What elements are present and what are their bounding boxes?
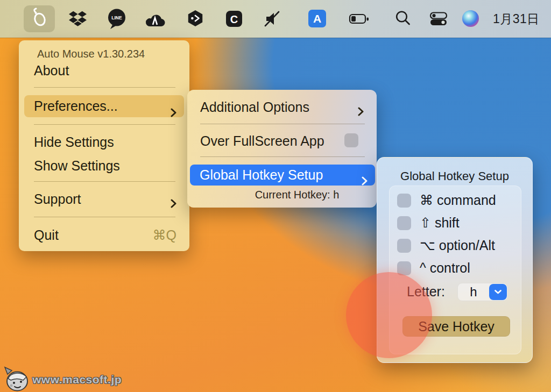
shift-checkbox[interactable]: [397, 216, 411, 230]
line-icon-label: LINE: [111, 15, 122, 20]
chevron-right-icon: [171, 102, 176, 124]
app-version-header: Auto Mouse v1.30.234: [37, 48, 145, 60]
command-checkbox[interactable]: [397, 194, 411, 208]
divider: [34, 87, 175, 88]
divider: [34, 181, 175, 182]
volume-muted-icon[interactable]: [264, 9, 282, 28]
modifier-row-option: ⌥ option/Alt: [390, 239, 521, 255]
menu-item-show-settings[interactable]: Show Settings: [34, 157, 176, 174]
current-hotkey-note: Current Hotkey: h: [187, 189, 377, 201]
watermark-text: www.macsoft.jp: [32, 373, 122, 386]
quit-shortcut: ⌘Q: [153, 226, 176, 244]
menu-item-about[interactable]: About: [34, 62, 176, 79]
divider: [200, 124, 365, 124]
a-app-icon[interactable]: A: [308, 10, 326, 27]
modifier-row-command: ⌘ command: [390, 194, 521, 210]
dropbox-icon[interactable]: [69, 9, 87, 27]
cloud-app-icon[interactable]: [144, 11, 166, 28]
menu-item-over-fullscreen[interactable]: Over FullScreen App: [200, 132, 365, 149]
line-icon[interactable]: LINE: [107, 8, 127, 30]
menubar-date[interactable]: 1月31日: [493, 0, 540, 38]
additional-options-label: Additional Options: [200, 99, 309, 115]
menu-item-support[interactable]: Support: [34, 190, 176, 208]
letter-dropdown-value: h: [458, 283, 489, 301]
control-center-icon[interactable]: [429, 9, 448, 28]
menu-item-hide-settings[interactable]: Hide Settings: [34, 133, 176, 151]
auto-mouse-menubar-button[interactable]: [24, 5, 55, 32]
panel-title: Global Hotkey Setup: [377, 169, 532, 183]
over-fullscreen-checkbox[interactable]: [344, 133, 358, 147]
command-label: ⌘ command: [420, 193, 496, 208]
chevron-right-icon: [171, 195, 176, 212]
spotlight-search-icon[interactable]: [394, 9, 412, 27]
letter-dropdown[interactable]: h: [457, 283, 508, 301]
divider: [34, 124, 175, 125]
share-hexagon-icon[interactable]: [186, 9, 204, 27]
shift-label: ⇧ shift: [420, 215, 460, 231]
support-label: Support: [34, 191, 81, 206]
menu-item-preferences[interactable]: Preferences...: [24, 95, 184, 117]
c-app-icon[interactable]: C: [224, 9, 244, 28]
letter-dropdown-button[interactable]: [489, 284, 507, 300]
menu-item-global-hotkey-setup[interactable]: Global Hotkey Setup: [190, 165, 375, 186]
auto-mouse-menu: Auto Mouse v1.30.234 About Preferences..…: [19, 40, 189, 251]
divider: [200, 156, 365, 157]
click-indicator: [346, 272, 432, 358]
siri-icon[interactable]: [462, 10, 479, 27]
chevron-down-icon: [494, 287, 502, 297]
option-label: ⌥ option/Alt: [420, 238, 495, 253]
quit-label: Quit: [34, 227, 59, 243]
watermark: www.macsoft.jp: [3, 366, 122, 392]
chevron-right-icon: [358, 103, 364, 120]
divider: [34, 217, 175, 217]
over-fullscreen-label: Over FullScreen App: [200, 133, 324, 148]
preferences-submenu: Additional Options Over FullScreen App G…: [187, 90, 377, 208]
c-icon-letter: C: [230, 13, 238, 25]
preferences-label: Preferences...: [34, 98, 118, 113]
menu-bar: LINE C A: [0, 0, 551, 38]
modifier-row-shift: ⇧ shift: [390, 216, 521, 232]
control-label: ^ control: [420, 260, 470, 276]
auto-mouse-icon: [29, 6, 50, 32]
menu-item-quit[interactable]: Quit ⌘Q: [34, 226, 176, 244]
modifier-row-control: ^ control: [390, 261, 521, 277]
menu-item-additional-options[interactable]: Additional Options: [200, 98, 365, 116]
global-hotkey-label: Global Hotkey Setup: [200, 167, 323, 182]
battery-icon[interactable]: [349, 9, 370, 28]
option-checkbox[interactable]: [397, 239, 411, 253]
macsoft-mascot-icon: [3, 366, 29, 392]
